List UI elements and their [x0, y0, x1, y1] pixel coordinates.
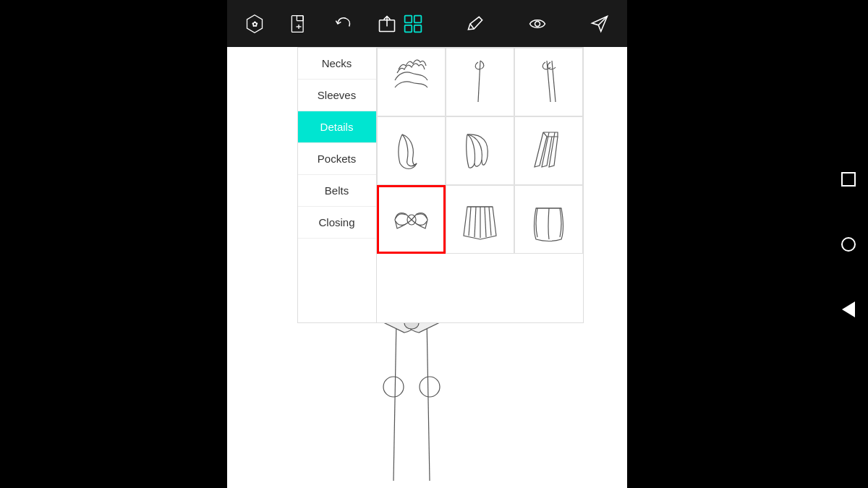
svg-point-15 [535, 21, 540, 26]
category-pockets[interactable]: Pockets [298, 143, 376, 175]
grid-item-needle1[interactable] [446, 48, 514, 116]
svg-line-41 [485, 207, 486, 237]
category-necks[interactable]: Necks [298, 48, 376, 80]
svg-rect-2 [292, 15, 303, 32]
svg-rect-12 [404, 25, 412, 32]
grid-item-drape1[interactable] [377, 116, 446, 185]
grid-item-needle2[interactable] [514, 48, 583, 116]
android-back-btn[interactable] [838, 299, 859, 320]
grid-item-skirt1[interactable] [446, 185, 514, 254]
left-bar [0, 0, 25, 488]
category-belts[interactable]: Belts [298, 175, 376, 207]
svg-line-35 [552, 61, 556, 102]
grid-item-ruffle[interactable] [377, 48, 446, 116]
svg-point-26 [383, 377, 404, 397]
grid-panel-icon[interactable] [400, 11, 426, 37]
items-grid [377, 47, 584, 323]
svg-line-39 [475, 207, 476, 237]
android-circle-btn[interactable] [838, 234, 859, 255]
grid-item-drape2[interactable] [446, 116, 514, 185]
toolbar-left: ✿ [242, 11, 400, 37]
svg-rect-10 [404, 15, 412, 22]
svg-line-33 [478, 61, 480, 102]
grid-item-drape3[interactable] [514, 116, 583, 185]
svg-rect-11 [414, 15, 421, 22]
svg-text:✿: ✿ [252, 20, 258, 28]
svg-line-38 [469, 207, 471, 236]
hexagon-logo-icon[interactable]: ✿ [242, 11, 268, 37]
toolbar: ✿ [227, 0, 627, 47]
svg-line-14 [470, 24, 474, 29]
category-sleeves[interactable]: Sleeves [298, 80, 376, 111]
category-closing[interactable]: Closing [298, 207, 376, 239]
grid-item-skirt2[interactable] [514, 185, 583, 254]
right-bar [828, 0, 868, 488]
toolbar-center [400, 11, 613, 37]
share-icon[interactable] [374, 11, 400, 37]
canvas-area: Necks Sleeves Details Pockets Belts Clos… [227, 47, 627, 488]
android-square-btn[interactable] [838, 168, 859, 190]
dropdown-panel: Necks Sleeves Details Pockets Belts Clos… [297, 47, 584, 323]
svg-point-27 [420, 377, 440, 397]
pencil-icon[interactable] [462, 11, 488, 37]
category-list: Necks Sleeves Details Pockets Belts Clos… [297, 47, 377, 323]
svg-line-42 [489, 207, 491, 236]
send-icon[interactable] [587, 11, 613, 37]
category-details[interactable]: Details [298, 111, 376, 143]
grid-item-bow[interactable] [377, 185, 446, 254]
svg-rect-13 [414, 25, 421, 32]
eye-icon[interactable] [524, 11, 550, 37]
main-content: ✿ [227, 0, 627, 488]
new-file-icon[interactable] [286, 11, 312, 37]
undo-icon[interactable] [330, 11, 356, 37]
